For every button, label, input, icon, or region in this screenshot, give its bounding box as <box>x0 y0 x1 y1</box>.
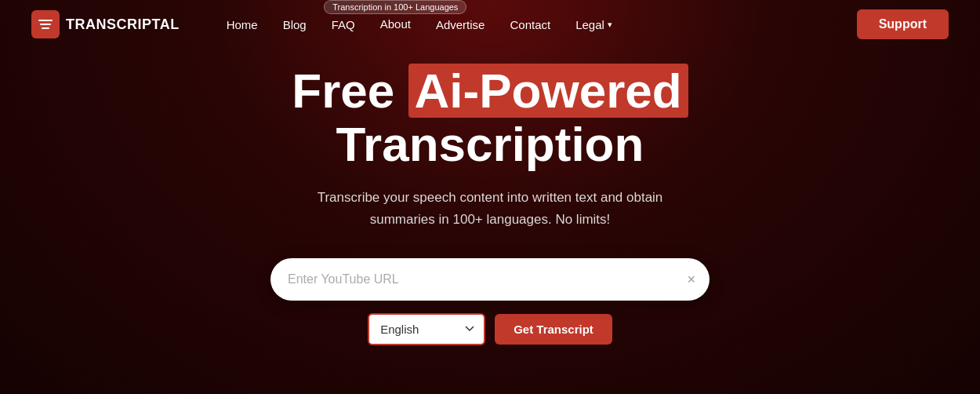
language-select[interactable]: English Spanish French German Portuguese… <box>368 313 485 345</box>
nav-badge-pill: Transcription in 100+ Languages <box>324 0 466 14</box>
nav-legal[interactable]: Legal ▾ <box>575 18 612 31</box>
chevron-down-icon: ▾ <box>608 20 612 30</box>
nav-about-wrapper: Transcription in 100+ Languages About <box>380 17 411 31</box>
clear-input-button[interactable]: × <box>687 272 695 286</box>
logo-text: TRANSCRIPTAL <box>66 16 180 33</box>
logo[interactable]: TRANSCRIPTAL <box>31 10 180 38</box>
get-transcript-button[interactable]: Get Transcript <box>495 314 612 345</box>
nav-links: Home Blog FAQ Transcription in 100+ Lang… <box>227 17 857 31</box>
nav-contact[interactable]: Contact <box>510 18 550 31</box>
hero-subtitle: Transcribe your speech content into writ… <box>286 187 694 229</box>
nav-home[interactable]: Home <box>227 18 258 31</box>
logo-icon <box>31 10 60 38</box>
hero-title-highlight: Ai-Powered <box>408 64 688 118</box>
url-input-wrapper: × <box>270 258 710 301</box>
nav-advertise[interactable]: Advertise <box>436 18 485 31</box>
youtube-url-input[interactable] <box>270 258 710 301</box>
hero-title-line2: Transcription <box>336 117 644 171</box>
nav-blog[interactable]: Blog <box>283 18 307 31</box>
support-button[interactable]: Support <box>857 9 949 39</box>
nav-about[interactable]: About <box>380 17 411 31</box>
controls-row: English Spanish French German Portuguese… <box>368 313 612 345</box>
input-section: × English Spanish French German Portugue… <box>0 258 980 345</box>
nav-legal-label: Legal <box>575 18 604 31</box>
nav-faq[interactable]: FAQ <box>332 18 355 31</box>
hero-title: Free Ai-Powered Transcription <box>292 64 688 171</box>
nav-support-wrapper: Support <box>857 9 949 39</box>
navbar: TRANSCRIPTAL Home Blog FAQ Transcription… <box>0 0 980 49</box>
hero-section: Free Ai-Powered Transcription Transcribe… <box>0 49 980 345</box>
